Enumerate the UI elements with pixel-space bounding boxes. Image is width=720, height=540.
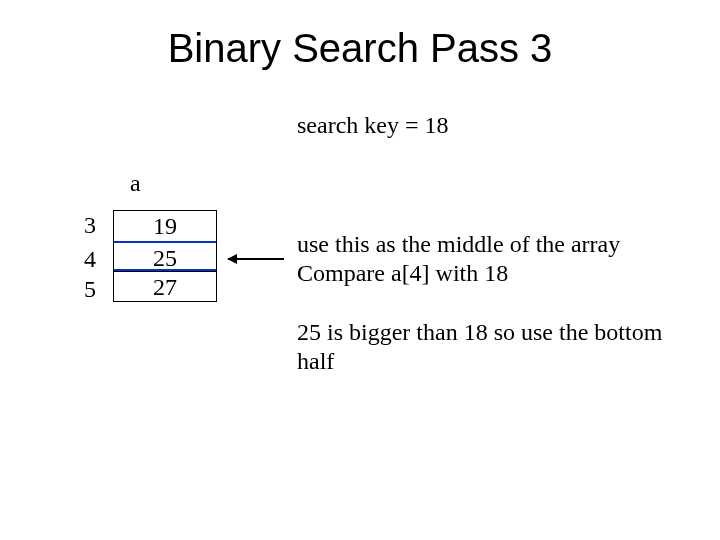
array-cell: 19 bbox=[114, 211, 216, 241]
arrow-icon bbox=[228, 258, 284, 260]
search-key-text: search key = 18 bbox=[297, 112, 448, 139]
annotation-line: use this as the middle of the array bbox=[297, 231, 620, 257]
annotation-line: Compare a[4] with 18 bbox=[297, 260, 508, 286]
array-index: 3 bbox=[76, 212, 96, 239]
slide: Binary Search Pass 3 search key = 18 a 3… bbox=[0, 0, 720, 540]
annotation-middle: use this as the middle of the array Comp… bbox=[297, 230, 697, 288]
array-cell: 27 bbox=[114, 271, 216, 301]
array-index: 5 bbox=[76, 276, 96, 303]
array-table: 19 25 27 bbox=[113, 210, 217, 302]
array-label: a bbox=[130, 170, 141, 197]
slide-title: Binary Search Pass 3 bbox=[0, 26, 720, 71]
array-index: 4 bbox=[76, 246, 96, 273]
array-cell-middle: 25 bbox=[114, 241, 216, 271]
annotation-result: 25 is bigger than 18 so use the bottom h… bbox=[297, 318, 697, 376]
